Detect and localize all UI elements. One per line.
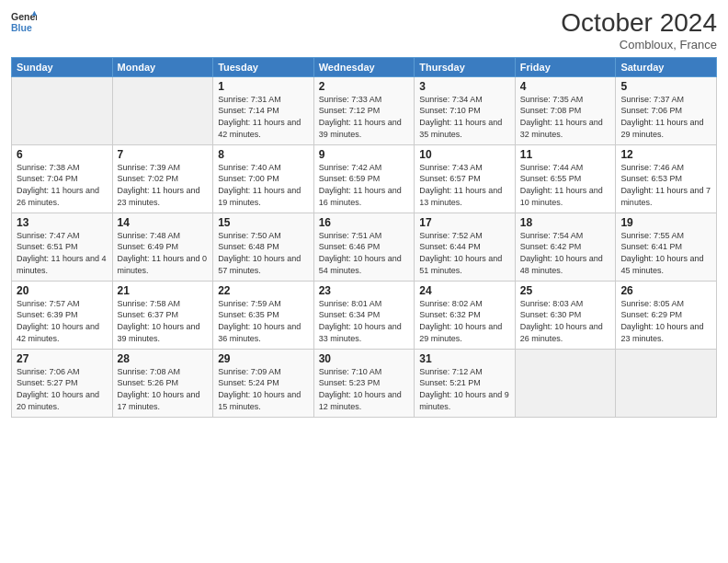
day-header: Tuesday xyxy=(213,57,314,76)
calendar-cell: 6Sunrise: 7:38 AMSunset: 7:04 PMDaylight… xyxy=(12,144,113,213)
day-number: 14 xyxy=(118,216,209,229)
location: Combloux, France xyxy=(561,38,717,52)
day-info: Sunrise: 7:34 AMSunset: 7:10 PMDaylight:… xyxy=(419,94,510,140)
day-info: Sunrise: 7:48 AMSunset: 6:49 PMDaylight:… xyxy=(118,230,209,276)
day-info: Sunrise: 7:43 AMSunset: 6:57 PMDaylight:… xyxy=(419,162,510,208)
calendar-cell: 9Sunrise: 7:42 AMSunset: 6:59 PMDaylight… xyxy=(313,144,415,213)
day-info: Sunrise: 7:31 AMSunset: 7:14 PMDaylight:… xyxy=(218,94,309,140)
day-number: 28 xyxy=(118,352,209,365)
day-info: Sunrise: 7:37 AMSunset: 7:06 PMDaylight:… xyxy=(620,94,711,140)
day-number: 19 xyxy=(620,216,711,229)
day-info: Sunrise: 7:12 AMSunset: 5:21 PMDaylight:… xyxy=(419,366,510,412)
day-info: Sunrise: 7:58 AMSunset: 6:37 PMDaylight:… xyxy=(118,298,209,344)
calendar-cell: 28Sunrise: 7:08 AMSunset: 5:26 PMDayligh… xyxy=(112,349,213,417)
day-info: Sunrise: 7:50 AMSunset: 6:48 PMDaylight:… xyxy=(218,230,309,276)
day-header: Thursday xyxy=(415,57,516,76)
month-title: October 2024 xyxy=(561,9,717,38)
calendar-cell: 5Sunrise: 7:37 AMSunset: 7:06 PMDaylight… xyxy=(616,76,717,144)
day-number: 18 xyxy=(520,216,611,229)
page-header: General Blue October 2024 Combloux, Fran… xyxy=(11,9,717,52)
day-header: Monday xyxy=(112,57,213,76)
day-info: Sunrise: 7:51 AMSunset: 6:46 PMDaylight:… xyxy=(319,230,410,276)
day-number: 17 xyxy=(419,216,510,229)
day-info: Sunrise: 7:59 AMSunset: 6:35 PMDaylight:… xyxy=(218,298,309,344)
day-number: 24 xyxy=(419,284,510,297)
day-number: 6 xyxy=(17,148,108,161)
day-header: Friday xyxy=(515,57,616,76)
calendar-cell: 15Sunrise: 7:50 AMSunset: 6:48 PMDayligh… xyxy=(213,213,314,281)
day-number: 10 xyxy=(419,148,510,161)
day-number: 4 xyxy=(520,80,611,93)
calendar-cell: 19Sunrise: 7:55 AMSunset: 6:41 PMDayligh… xyxy=(616,213,717,281)
day-number: 1 xyxy=(218,80,309,93)
day-info: Sunrise: 7:40 AMSunset: 7:00 PMDaylight:… xyxy=(218,162,309,208)
day-info: Sunrise: 7:39 AMSunset: 7:02 PMDaylight:… xyxy=(118,162,209,208)
day-number: 26 xyxy=(620,284,711,297)
day-number: 7 xyxy=(118,148,209,161)
day-number: 12 xyxy=(620,148,711,161)
calendar-cell: 27Sunrise: 7:06 AMSunset: 5:27 PMDayligh… xyxy=(12,349,113,417)
day-header: Wednesday xyxy=(313,57,415,76)
calendar-cell: 16Sunrise: 7:51 AMSunset: 6:46 PMDayligh… xyxy=(313,213,415,281)
day-number: 21 xyxy=(118,284,209,297)
day-info: Sunrise: 7:42 AMSunset: 6:59 PMDaylight:… xyxy=(319,162,410,208)
calendar-cell: 12Sunrise: 7:46 AMSunset: 6:53 PMDayligh… xyxy=(616,144,717,213)
calendar-cell: 29Sunrise: 7:09 AMSunset: 5:24 PMDayligh… xyxy=(213,349,314,417)
day-info: Sunrise: 7:09 AMSunset: 5:24 PMDaylight:… xyxy=(218,366,309,412)
day-info: Sunrise: 7:44 AMSunset: 6:55 PMDaylight:… xyxy=(520,162,611,208)
day-number: 31 xyxy=(419,352,510,365)
day-number: 9 xyxy=(319,148,410,161)
calendar-cell: 3Sunrise: 7:34 AMSunset: 7:10 PMDaylight… xyxy=(415,76,516,144)
calendar-cell: 31Sunrise: 7:12 AMSunset: 5:21 PMDayligh… xyxy=(415,349,516,417)
day-number: 3 xyxy=(419,80,510,93)
day-number: 13 xyxy=(17,216,108,229)
day-info: Sunrise: 7:08 AMSunset: 5:26 PMDaylight:… xyxy=(118,366,209,412)
calendar-cell: 17Sunrise: 7:52 AMSunset: 6:44 PMDayligh… xyxy=(415,213,516,281)
day-info: Sunrise: 8:01 AMSunset: 6:34 PMDaylight:… xyxy=(319,298,410,344)
calendar-cell: 30Sunrise: 7:10 AMSunset: 5:23 PMDayligh… xyxy=(313,349,415,417)
logo: General Blue xyxy=(11,9,37,35)
day-header: Saturday xyxy=(616,57,717,76)
calendar-cell: 14Sunrise: 7:48 AMSunset: 6:49 PMDayligh… xyxy=(112,213,213,281)
day-header: Sunday xyxy=(12,57,113,76)
day-info: Sunrise: 8:02 AMSunset: 6:32 PMDaylight:… xyxy=(419,298,510,344)
calendar-cell: 26Sunrise: 8:05 AMSunset: 6:29 PMDayligh… xyxy=(616,281,717,349)
calendar-cell: 23Sunrise: 8:01 AMSunset: 6:34 PMDayligh… xyxy=(313,281,415,349)
calendar-cell: 18Sunrise: 7:54 AMSunset: 6:42 PMDayligh… xyxy=(515,213,616,281)
day-info: Sunrise: 7:38 AMSunset: 7:04 PMDaylight:… xyxy=(17,162,108,208)
day-number: 2 xyxy=(319,80,410,93)
day-number: 16 xyxy=(319,216,410,229)
day-info: Sunrise: 7:52 AMSunset: 6:44 PMDaylight:… xyxy=(419,230,510,276)
day-number: 30 xyxy=(319,352,410,365)
svg-text:Blue: Blue xyxy=(11,22,32,33)
calendar-cell: 21Sunrise: 7:58 AMSunset: 6:37 PMDayligh… xyxy=(112,281,213,349)
day-info: Sunrise: 7:46 AMSunset: 6:53 PMDaylight:… xyxy=(620,162,711,208)
day-info: Sunrise: 7:47 AMSunset: 6:51 PMDaylight:… xyxy=(17,230,108,276)
calendar-cell: 4Sunrise: 7:35 AMSunset: 7:08 PMDaylight… xyxy=(515,76,616,144)
calendar-cell xyxy=(616,349,717,417)
day-info: Sunrise: 7:57 AMSunset: 6:39 PMDaylight:… xyxy=(17,298,108,344)
day-info: Sunrise: 7:33 AMSunset: 7:12 PMDaylight:… xyxy=(319,94,410,140)
calendar-cell: 22Sunrise: 7:59 AMSunset: 6:35 PMDayligh… xyxy=(213,281,314,349)
day-number: 20 xyxy=(17,284,108,297)
day-info: Sunrise: 8:03 AMSunset: 6:30 PMDaylight:… xyxy=(520,298,611,344)
day-info: Sunrise: 7:06 AMSunset: 5:27 PMDaylight:… xyxy=(17,366,108,412)
calendar-cell: 11Sunrise: 7:44 AMSunset: 6:55 PMDayligh… xyxy=(515,144,616,213)
day-number: 11 xyxy=(520,148,611,161)
day-number: 25 xyxy=(520,284,611,297)
calendar-cell: 24Sunrise: 8:02 AMSunset: 6:32 PMDayligh… xyxy=(415,281,516,349)
calendar-cell: 1Sunrise: 7:31 AMSunset: 7:14 PMDaylight… xyxy=(213,76,314,144)
day-info: Sunrise: 8:05 AMSunset: 6:29 PMDaylight:… xyxy=(620,298,711,344)
day-number: 5 xyxy=(620,80,711,93)
day-number: 23 xyxy=(319,284,410,297)
calendar-cell: 20Sunrise: 7:57 AMSunset: 6:39 PMDayligh… xyxy=(12,281,113,349)
calendar-cell: 2Sunrise: 7:33 AMSunset: 7:12 PMDaylight… xyxy=(313,76,415,144)
calendar-cell xyxy=(112,76,213,144)
calendar-cell: 25Sunrise: 8:03 AMSunset: 6:30 PMDayligh… xyxy=(515,281,616,349)
calendar-cell: 13Sunrise: 7:47 AMSunset: 6:51 PMDayligh… xyxy=(12,213,113,281)
day-number: 27 xyxy=(17,352,108,365)
title-block: October 2024 Combloux, France xyxy=(561,9,717,52)
calendar-cell: 8Sunrise: 7:40 AMSunset: 7:00 PMDaylight… xyxy=(213,144,314,213)
calendar-table: SundayMondayTuesdayWednesdayThursdayFrid… xyxy=(11,57,717,418)
calendar-cell: 7Sunrise: 7:39 AMSunset: 7:02 PMDaylight… xyxy=(112,144,213,213)
